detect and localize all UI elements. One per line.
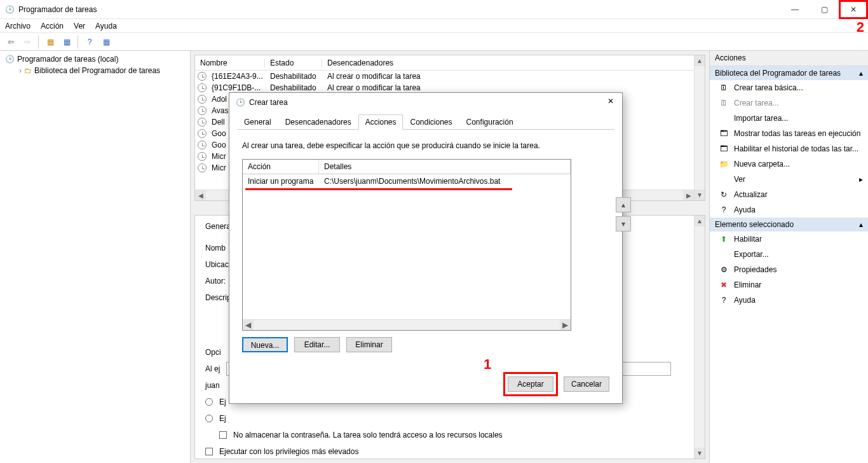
scrollbar-vertical[interactable]: ▲▼ bbox=[694, 216, 705, 459]
chk-label: No almacenar la contraseña. La tarea sol… bbox=[233, 431, 503, 439]
ok-button[interactable]: Aceptar bbox=[508, 377, 553, 392]
action-item[interactable]: 📁Nueva carpeta... bbox=[710, 156, 868, 172]
cell-name: {91C9F1DB-... bbox=[207, 83, 265, 92]
toolbar: ⇦ ⇨ ▦ ▦ ? ▦ bbox=[0, 33, 868, 51]
actions-table[interactable]: Acción Detalles Iniciar un programa C:\U… bbox=[242, 159, 571, 331]
collapse-icon[interactable]: ▴ bbox=[859, 220, 863, 229]
toolbar-icon-3[interactable]: ▦ bbox=[99, 35, 113, 49]
tab-general[interactable]: General bbox=[237, 114, 278, 130]
back-button[interactable]: ⇦ bbox=[4, 35, 18, 49]
col-details[interactable]: Detalles bbox=[319, 160, 571, 174]
action-label: Crear tarea básica... bbox=[734, 83, 803, 92]
menu-help[interactable]: Ayuda bbox=[95, 22, 117, 31]
action-item[interactable]: ⬆Habilitar bbox=[710, 232, 868, 247]
action-icon: 🗓 bbox=[719, 98, 729, 108]
table-row[interactable]: {161E24A3-9... Deshabilitado Al crear o … bbox=[195, 71, 705, 82]
tab-triggers[interactable]: Desencadenadores bbox=[278, 114, 358, 130]
toolbar-icon-1[interactable]: ▦ bbox=[43, 35, 57, 49]
clock-icon bbox=[198, 72, 207, 81]
close-button[interactable]: ✕ bbox=[839, 0, 868, 19]
move-down-button[interactable]: ▾ bbox=[616, 216, 631, 232]
dialog-close-button[interactable]: ✕ bbox=[603, 97, 618, 109]
menu-file[interactable]: Archivo bbox=[5, 22, 31, 31]
label-name: Nomb bbox=[205, 244, 226, 252]
action-icon: ⚙ bbox=[719, 265, 729, 275]
action-icon: ? bbox=[719, 205, 729, 215]
menu-bar: Archivo Acción Ver Ayuda bbox=[0, 19, 868, 33]
clock-icon: 🕒 bbox=[236, 98, 245, 107]
action-item[interactable]: 🗓Crear tarea básica... bbox=[710, 80, 868, 95]
new-button[interactable]: Nueva... bbox=[242, 337, 288, 352]
col-state[interactable]: Estado bbox=[265, 59, 322, 67]
radio-run-notlogged[interactable] bbox=[205, 415, 213, 422]
cell-state: Deshabilitado bbox=[265, 83, 322, 92]
menu-action[interactable]: Acción bbox=[41, 22, 64, 31]
action-item[interactable]: ⚙Propiedades bbox=[710, 262, 868, 277]
action-icon bbox=[719, 249, 729, 259]
tab-settings[interactable]: Configuración bbox=[459, 114, 520, 130]
annotation-2: 2 bbox=[857, 19, 864, 36]
clock-icon bbox=[198, 118, 207, 127]
tree-library[interactable]: › 🗀 Biblioteca del Programador de tareas bbox=[3, 65, 187, 76]
action-item[interactable]: Importar tarea... bbox=[710, 111, 868, 126]
radio-label: Ej bbox=[219, 397, 226, 406]
delete-button[interactable]: Eliminar bbox=[346, 337, 392, 352]
move-up-button[interactable]: ▴ bbox=[616, 197, 631, 212]
action-item[interactable]: ?Ayuda bbox=[710, 202, 868, 218]
maximize-button[interactable]: ▢ bbox=[810, 0, 839, 19]
action-item: 🗓Crear tarea... bbox=[710, 95, 868, 111]
action-icon bbox=[719, 113, 729, 123]
edit-button[interactable]: Editar... bbox=[294, 337, 340, 352]
text-line: juan bbox=[205, 381, 220, 390]
col-name[interactable]: Nombre bbox=[195, 59, 265, 67]
action-item[interactable]: Exportar... bbox=[710, 247, 868, 262]
tree-root-label: Programador de tareas (local) bbox=[17, 55, 118, 64]
checkbox-elevated[interactable] bbox=[205, 448, 213, 455]
scrollbar-vertical[interactable]: ▲▼ bbox=[694, 55, 705, 200]
action-icon: ⬆ bbox=[719, 234, 729, 244]
label-opts: Opci bbox=[205, 348, 221, 357]
col-action[interactable]: Acción bbox=[243, 160, 319, 174]
forward-button[interactable]: ⇨ bbox=[20, 35, 34, 49]
help-icon[interactable]: ? bbox=[83, 35, 97, 49]
action-icon: 🗔 bbox=[719, 144, 729, 154]
dialog-title: Crear tarea bbox=[249, 98, 288, 107]
actions-section-library[interactable]: Biblioteca del Programador de tareas ▴ bbox=[710, 66, 868, 80]
separator bbox=[78, 35, 79, 49]
action-item[interactable]: 🗔Habilitar el historial de todas las tar… bbox=[710, 141, 868, 156]
action-item[interactable]: ✖Eliminar bbox=[710, 277, 868, 293]
action-icon: 📁 bbox=[719, 159, 729, 169]
action-label: Eliminar bbox=[734, 280, 761, 289]
menu-view[interactable]: Ver bbox=[74, 22, 85, 31]
col-triggers[interactable]: Desencadenadores bbox=[322, 59, 705, 67]
toolbar-icon-2[interactable]: ▦ bbox=[60, 35, 74, 49]
action-item[interactable]: ?Ayuda bbox=[710, 293, 868, 308]
chevron-right-icon: ▸ bbox=[859, 175, 863, 184]
action-icon bbox=[719, 174, 729, 184]
table-row[interactable]: Iniciar un programa C:\Users\juanm\Docum… bbox=[243, 174, 571, 188]
tab-actions[interactable]: Acciones bbox=[358, 114, 403, 130]
action-label: Habilitar bbox=[734, 235, 762, 244]
action-item[interactable]: Ver▸ bbox=[710, 172, 868, 187]
scrollbar-horizontal[interactable]: ◀▶ bbox=[243, 319, 571, 330]
actions-section-selected[interactable]: Elemento seleccionado ▴ bbox=[710, 218, 868, 232]
action-item[interactable]: ↻Actualizar bbox=[710, 187, 868, 202]
cancel-button[interactable]: Cancelar bbox=[564, 377, 609, 392]
clock-icon: 🕒 bbox=[5, 55, 15, 64]
tree-pane: 🕒 Programador de tareas (local) › 🗀 Bibl… bbox=[0, 51, 191, 463]
collapse-icon[interactable]: ▴ bbox=[859, 69, 863, 78]
action-item[interactable]: 🗔Mostrar todas las tareas en ejecución bbox=[710, 126, 868, 141]
checkbox-nopwd[interactable] bbox=[219, 431, 227, 439]
chk-label: Ejecutar con los privilegios más elevado… bbox=[219, 447, 358, 456]
expand-icon[interactable]: › bbox=[19, 66, 22, 75]
create-task-dialog: 🕒 Crear tarea ✕ General Desencadenadores… bbox=[229, 92, 623, 404]
action-label: Ver bbox=[734, 175, 745, 184]
tab-conditions[interactable]: Condiciones bbox=[403, 114, 459, 130]
cell-name: {161E24A3-9... bbox=[207, 72, 265, 81]
clock-icon bbox=[198, 106, 207, 115]
clock-icon bbox=[198, 83, 207, 92]
minimize-button[interactable]: — bbox=[780, 0, 810, 19]
radio-run-logged[interactable] bbox=[205, 398, 213, 406]
tree-root[interactable]: 🕒 Programador de tareas (local) bbox=[3, 53, 187, 65]
action-icon: ↻ bbox=[719, 190, 729, 200]
